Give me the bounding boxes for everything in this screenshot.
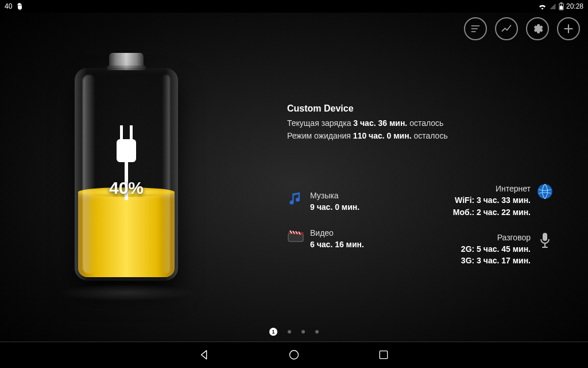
standby-prefix: Режим ожидания [287,131,353,140]
svg-rect-11 [543,233,547,241]
battery-percent-label: 40% [63,178,189,198]
page-dot-4[interactable] [315,330,319,334]
standby-value: 110 час. 0 мин. [353,131,412,140]
internet-mob: Моб.: 2 час. 22 мин. [453,206,531,218]
svg-rect-7 [117,139,136,162]
toolbar [464,17,580,40]
add-button[interactable] [557,17,580,40]
nav-recents-button[interactable] [376,347,391,362]
music-note-icon [287,190,304,207]
charging-time-line: Текущая зарядка 3 час. 36 мин. осталось [287,117,554,130]
svg-rect-15 [380,351,387,358]
page-indicator: 1 [269,328,319,336]
page-dot-1-label: 1 [272,329,274,335]
svg-point-0 [18,4,19,5]
video-title: Видео [310,227,364,239]
settings-button[interactable] [526,17,549,40]
talk-title: Разговор [461,232,531,243]
usage-internet: Интернет WiFi: 3 час. 33 мин. Моб.: 2 ча… [421,183,554,218]
page-dot-3[interactable] [301,330,305,334]
nav-back-button[interactable] [197,347,212,362]
clapper-icon [287,227,304,244]
info-panel: Custom Device Текущая зарядка 3 час. 36 … [287,103,554,142]
page-dot-1[interactable]: 1 [269,328,277,336]
usage-column-left: Музыка 9 час. 0 мин. Видео 6 час. 16 мин… [287,190,419,264]
status-bar: 40 20:28 [0,0,588,13]
chart-button[interactable] [495,17,518,40]
usage-music: Музыка 9 час. 0 мин. [287,190,419,213]
nav-home-button[interactable] [287,347,301,362]
status-time: 20:28 [566,2,583,10]
page-dot-2[interactable] [288,330,291,334]
wifi-icon [538,3,547,10]
video-value: 6 час. 16 мин. [310,239,364,250]
usage-talk: Разговор 2G: 5 час. 45 мин. 3G: 3 час. 1… [421,232,554,267]
internet-title: Интернет [453,183,531,194]
music-title: Музыка [310,190,359,201]
music-value: 9 час. 0 мин. [310,201,359,213]
svg-point-1 [21,4,21,5]
svg-rect-3 [560,2,562,3]
battery-status-icon [559,2,564,10]
svg-rect-6 [130,125,133,139]
usage-column-right: Интернет WiFi: 3 час. 33 мин. Моб.: 2 ча… [421,183,554,281]
charge-prefix: Текущая зарядка [287,118,353,128]
charge-suffix: осталось [407,118,443,128]
talk-3g: 3G: 3 час. 17 мин. [461,255,531,266]
svg-rect-5 [120,125,123,139]
svg-point-14 [290,351,299,359]
list-button[interactable] [464,17,487,40]
microphone-icon [536,232,554,249]
usage-video: Видео 6 час. 16 мин. [287,227,419,251]
standby-time-line: Режим ожидания 110 час. 0 мин. осталось [287,130,554,143]
svg-rect-13 [542,247,548,248]
svg-point-10 [537,184,552,199]
talk-2g: 2G: 5 час. 45 мин. [461,243,531,255]
battery-graphic: 40% [63,63,189,293]
cell-signal-icon [549,3,556,10]
globe-icon [536,183,554,200]
internet-wifi: WiFi: 3 час. 33 мин. [453,194,531,206]
device-name: Custom Device [287,103,554,114]
charge-value: 3 час. 36 мин. [353,118,407,128]
navigation-bar [0,342,588,368]
standby-suffix: осталось [412,131,448,140]
status-battery-value: 40 [5,2,12,10]
android-icon [16,2,24,10]
svg-rect-12 [544,243,546,247]
